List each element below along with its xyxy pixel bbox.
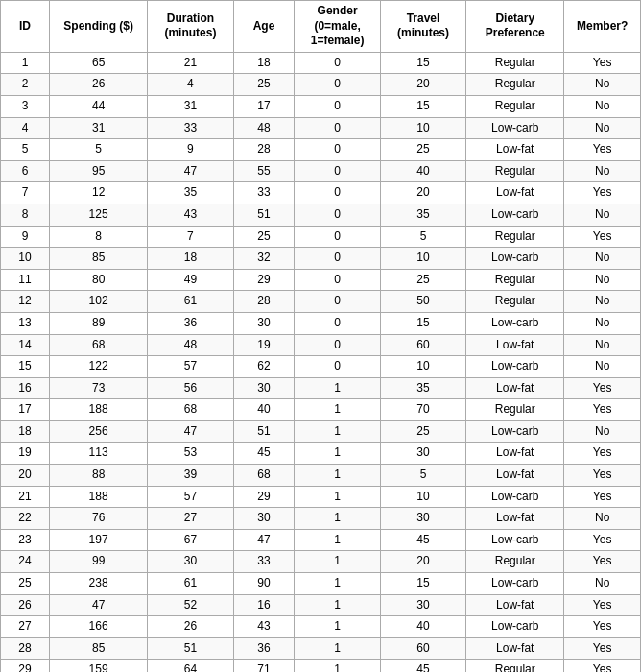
cell-spending: 12 — [50, 182, 148, 204]
cell-member: No — [564, 117, 641, 139]
cell-age: 40 — [233, 399, 295, 421]
cell-duration: 47 — [148, 420, 233, 443]
table-row: 26475216130Low-fatYes — [1, 594, 641, 616]
header-age: Age — [233, 1, 295, 53]
cell-age: 19 — [233, 334, 295, 356]
cell-dietary: Low-fat — [466, 182, 564, 204]
cell-dietary: Low-fat — [466, 334, 564, 356]
cell-gender: 1 — [295, 594, 380, 616]
header-travel: Travel (minutes) — [380, 1, 465, 53]
cell-travel: 20 — [380, 551, 465, 573]
cell-spending: 113 — [50, 443, 148, 465]
cell-spending: 80 — [50, 269, 148, 291]
cell-member: Yes — [564, 660, 641, 672]
cell-dietary: Low-fat — [466, 465, 564, 487]
table-row: 182564751125Low-carbNo — [1, 420, 641, 443]
cell-spending: 188 — [50, 486, 148, 508]
cell-dietary: Regular — [466, 660, 564, 672]
table-row: 171886840170RegularYes — [1, 399, 641, 421]
cell-member: Yes — [564, 529, 641, 551]
cell-travel: 10 — [380, 356, 465, 378]
cell-travel: 25 — [380, 139, 465, 161]
cell-gender: 1 — [295, 637, 380, 660]
cell-member: No — [564, 269, 641, 291]
cell-dietary: Low-fat — [466, 637, 564, 660]
cell-id: 17 — [1, 399, 50, 421]
cell-age: 90 — [233, 573, 295, 595]
cell-spending: 256 — [50, 420, 148, 443]
cell-duration: 18 — [148, 248, 233, 270]
cell-age: 48 — [233, 117, 295, 139]
cell-member: Yes — [564, 182, 641, 204]
cell-gender: 1 — [295, 508, 380, 530]
cell-id: 14 — [1, 334, 50, 356]
cell-gender: 0 — [295, 139, 380, 161]
cell-dietary: Low-carb — [466, 529, 564, 551]
cell-id: 24 — [1, 551, 50, 573]
cell-gender: 1 — [295, 529, 380, 551]
cell-duration: 4 — [148, 74, 233, 96]
cell-travel: 15 — [380, 95, 465, 117]
cell-spending: 44 — [50, 95, 148, 117]
cell-id: 21 — [1, 486, 50, 508]
cell-id: 15 — [1, 356, 50, 378]
cell-duration: 31 — [148, 95, 233, 117]
cell-member: No — [564, 95, 641, 117]
cell-gender: 1 — [295, 399, 380, 421]
cell-id: 4 — [1, 117, 50, 139]
table-row: 11804929025RegularNo — [1, 269, 641, 291]
table-row: 2088396815Low-fatYes — [1, 465, 641, 487]
cell-dietary: Low-fat — [466, 377, 564, 399]
cell-travel: 50 — [380, 291, 465, 313]
cell-gender: 0 — [295, 52, 380, 74]
cell-travel: 40 — [380, 160, 465, 182]
cell-duration: 36 — [148, 312, 233, 334]
cell-gender: 1 — [295, 486, 380, 508]
cell-id: 18 — [1, 420, 50, 443]
cell-spending: 159 — [50, 660, 148, 672]
table-row: 1652118015RegularYes — [1, 52, 641, 74]
cell-dietary: Low-carb — [466, 420, 564, 443]
cell-travel: 70 — [380, 399, 465, 421]
cell-duration: 48 — [148, 334, 233, 356]
cell-duration: 51 — [148, 637, 233, 660]
cell-id: 10 — [1, 248, 50, 270]
cell-member: Yes — [564, 616, 641, 638]
cell-travel: 35 — [380, 377, 465, 399]
table-row: 13893630015Low-carbNo — [1, 312, 641, 334]
header-spending: Spending ($) — [50, 1, 148, 53]
cell-id: 27 — [1, 616, 50, 638]
cell-travel: 30 — [380, 594, 465, 616]
cell-spending: 68 — [50, 334, 148, 356]
cell-dietary: Regular — [466, 399, 564, 421]
table-row: 14684819060Low-fatNo — [1, 334, 641, 356]
table-row: 4313348010Low-carbNo — [1, 117, 641, 139]
cell-travel: 15 — [380, 52, 465, 74]
cell-duration: 57 — [148, 356, 233, 378]
cell-id: 3 — [1, 95, 50, 117]
table-row: 151225762010Low-carbNo — [1, 356, 641, 378]
table-row: 7123533020Low-fatYes — [1, 182, 641, 204]
cell-dietary: Low-carb — [466, 312, 564, 334]
cell-duration: 56 — [148, 377, 233, 399]
table-row: 24993033120RegularYes — [1, 551, 641, 573]
cell-spending: 5 — [50, 139, 148, 161]
cell-spending: 26 — [50, 74, 148, 96]
cell-member: No — [564, 312, 641, 334]
cell-member: Yes — [564, 377, 641, 399]
cell-id: 13 — [1, 312, 50, 334]
cell-id: 11 — [1, 269, 50, 291]
table-row: 10851832010Low-carbNo — [1, 248, 641, 270]
cell-age: 17 — [233, 95, 295, 117]
cell-dietary: Low-fat — [466, 508, 564, 530]
cell-spending: 102 — [50, 291, 148, 313]
cell-duration: 7 — [148, 226, 233, 248]
cell-member: Yes — [564, 226, 641, 248]
cell-travel: 25 — [380, 420, 465, 443]
cell-duration: 61 — [148, 573, 233, 595]
cell-age: 71 — [233, 660, 295, 672]
cell-duration: 26 — [148, 616, 233, 638]
cell-travel: 30 — [380, 508, 465, 530]
cell-dietary: Low-carb — [466, 204, 564, 226]
cell-spending: 197 — [50, 529, 148, 551]
